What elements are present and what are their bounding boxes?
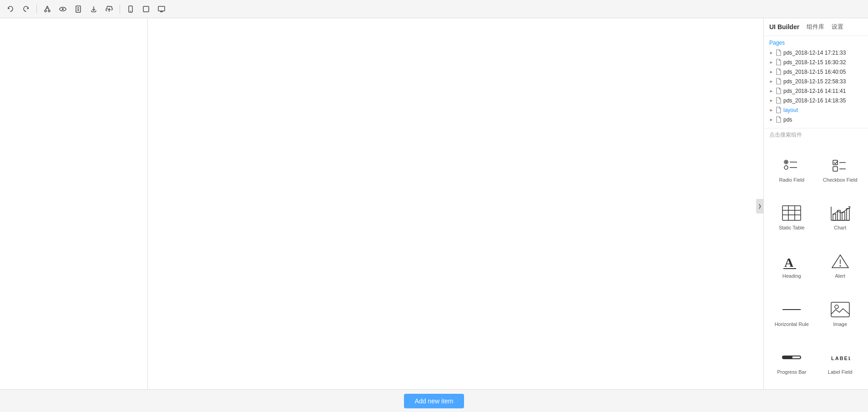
expand-arrow: ► [769,108,774,112]
svg-rect-37 [847,209,849,220]
svg-point-6 [62,8,64,10]
component-label-radio-field: Radio Field [779,177,804,183]
alert-icon [829,252,851,270]
hr-icon [781,300,802,319]
svg-rect-44 [831,302,849,317]
tab-settings[interactable]: 设置 [830,22,845,32]
file-icon [776,78,782,85]
tablet-view-button[interactable] [139,2,153,16]
preview-button[interactable] [56,2,70,16]
page-name: pds_2018-12-15 16:40:05 [783,69,846,75]
page-name: pds_2018-12-14 17:21:33 [783,50,846,56]
tab-components[interactable]: 组件库 [805,22,826,32]
progress-icon [781,348,802,366]
component-item-image[interactable]: Image [816,290,865,338]
page-item-p6[interactable]: ► pds_2018-12-16 14:18:35 [769,96,863,105]
component-item-static-table[interactable]: Static Table [767,193,816,242]
upload-button[interactable] [102,2,116,16]
page-name: pds_2018-12-15 22:58:33 [783,78,846,85]
file-icon [776,116,782,123]
file-icon [776,49,782,56]
cut-button[interactable] [40,2,54,16]
component-label-checkbox-field: Checkbox Field [823,177,858,183]
component-item-horizontal-rule[interactable]: Horizontal Rule [767,290,816,338]
component-item-radio-field[interactable]: Radio Field [767,145,816,193]
page-item-p1[interactable]: ► pds_2018-12-14 17:21:33 [769,48,863,57]
component-item-progress-bar[interactable]: Progress Bar [767,337,816,386]
table-icon [781,204,802,222]
component-label-label-field: Label Field [828,369,853,375]
svg-rect-27 [833,167,838,171]
pages-section: Pages ► pds_2018-12-14 17:21:33 ► pds_20… [764,36,868,128]
file-button[interactable] [71,2,85,16]
component-label-image: Image [833,321,847,327]
page-name: pds_2018-12-15 16:30:32 [783,59,846,66]
expand-arrow: ► [769,79,774,84]
svg-rect-36 [842,212,845,220]
page-name: pds [783,117,792,123]
expand-arrow: ► [769,117,774,122]
svg-text:A: A [784,255,794,270]
heading-icon: A [781,252,802,270]
bottom-bar: Add new item [0,389,868,412]
svg-point-23 [784,166,788,169]
component-item-checkbox-field[interactable]: Checkbox Field [816,145,865,193]
radio-icon [781,156,802,174]
component-label-alert: Alert [835,273,845,279]
file-icon [776,107,782,113]
component-item-alert[interactable]: Alert [816,241,865,290]
pages-list: ► pds_2018-12-14 17:21:33 ► pds_2018-12-… [769,48,863,124]
search-components-bar[interactable]: 点击搜索组件 [764,128,868,142]
component-label-heading: Heading [782,273,801,279]
file-icon [776,59,782,66]
component-item-heading[interactable]: A Heading [767,241,816,290]
page-name: pds_2018-12-16 14:18:35 [783,97,846,104]
undo-button[interactable] [4,2,17,16]
page-item-p2[interactable]: ► pds_2018-12-15 16:30:32 [769,57,863,67]
expand-arrow: ► [769,89,774,93]
svg-point-0 [45,10,46,12]
image-icon [829,300,851,319]
expand-arrow: ► [769,60,774,65]
component-label-horizontal-rule: Horizontal Rule [775,321,809,327]
sidebar-title: UI Builder [769,23,799,31]
page-item-p7[interactable]: ► layout [769,105,863,115]
page-item-p8[interactable]: ► pds [769,115,863,124]
component-label-chart: Chart [834,225,846,230]
mobile-view-button[interactable] [124,2,137,16]
desktop-view-button[interactable] [155,2,168,16]
file-icon [776,68,782,75]
svg-point-21 [786,161,787,163]
canvas-area [148,18,763,389]
page-item-p3[interactable]: ► pds_2018-12-15 16:40:05 [769,67,863,76]
pages-label: Pages [769,40,863,46]
svg-point-45 [835,305,838,309]
sidebar-header: UI Builder 组件库 设置 [764,18,868,36]
page-item-p5[interactable]: ► pds_2018-12-16 14:11:41 [769,86,863,96]
page-name: layout [783,107,798,113]
add-new-item-button[interactable]: Add new item [404,394,464,408]
collapse-sidebar-button[interactable]: ❯ [756,199,763,214]
checkbox-icon [829,156,851,174]
component-item-label-field[interactable]: LABEL Label Field [816,337,865,386]
expand-arrow: ► [769,98,774,103]
svg-rect-15 [143,6,149,12]
main-area: UI Builder 组件库 设置 Pages ► pds_2018-12-14… [0,18,868,389]
label-icon: LABEL [829,348,851,366]
svg-rect-29 [782,206,801,220]
svg-point-42 [839,265,841,266]
left-panel [0,18,148,389]
chart-icon [829,204,851,222]
component-label-static-table: Static Table [779,225,805,230]
redo-button[interactable] [19,2,33,16]
svg-rect-17 [158,6,165,11]
page-name: pds_2018-12-16 14:11:41 [783,88,846,94]
page-item-p4[interactable]: ► pds_2018-12-15 22:58:33 [769,76,863,86]
svg-rect-47 [782,356,792,359]
file-icon [776,87,782,94]
component-label-progress-bar: Progress Bar [777,369,806,375]
toolbar [0,0,868,18]
components-grid: Radio Field Checkbox Field Static Table … [764,142,868,389]
download-button[interactable] [87,2,101,16]
component-item-chart[interactable]: Chart [816,193,865,242]
